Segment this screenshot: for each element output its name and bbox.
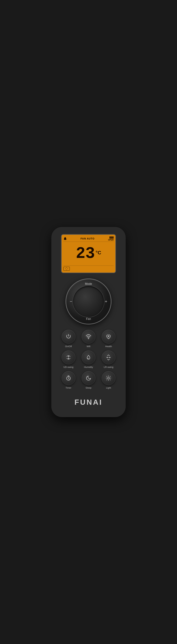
sleep-button[interactable]: [82, 371, 96, 385]
wifi-label: Wifi: [86, 345, 90, 348]
sleep-icon: [86, 375, 91, 381]
timer-button-item[interactable]: Timer: [60, 371, 77, 389]
sleep-button-item[interactable]: Sleep: [80, 371, 97, 389]
lcd-mode-icon: [63, 267, 70, 271]
lcd-unit: °C: [96, 250, 101, 256]
humidity-icon: [86, 354, 91, 360]
humidity-button-item[interactable]: Humidity: [80, 350, 97, 368]
dial-plus-label[interactable]: +: [105, 299, 107, 304]
dial-mode-label: Mode: [85, 282, 92, 286]
svg-point-0: [88, 338, 89, 339]
timer-icon: [66, 375, 71, 381]
lcd-middle: 23 °C: [63, 242, 114, 266]
humidity-label: Humidity: [84, 366, 93, 368]
lrswing-button-item[interactable]: LR-swing: [100, 350, 117, 368]
power-icon: [66, 334, 71, 340]
timer-button[interactable]: [62, 371, 76, 385]
lrswing-icon: [106, 354, 111, 360]
wifi-icon: [86, 334, 91, 340]
dial-minus-label[interactable]: −: [70, 299, 72, 304]
lcd-top-row: FAN AUTO ▓▓▓ OPER: [63, 236, 114, 242]
health-icon: [106, 334, 111, 340]
light-icon: [106, 375, 111, 381]
udswing-button-item[interactable]: UD-swing: [60, 350, 77, 368]
svg-point-2: [108, 377, 110, 379]
onoff-button[interactable]: [62, 330, 76, 344]
udswing-icon: [66, 354, 71, 360]
health-button[interactable]: [102, 330, 116, 344]
onoff-button-item[interactable]: On/Off: [60, 330, 77, 348]
dial-control[interactable]: Mode − + Fan: [66, 278, 112, 324]
udswing-button[interactable]: [62, 350, 76, 364]
bell-icon: [63, 237, 67, 240]
timer-label: Timer: [66, 386, 71, 389]
lcd-temperature: 23: [76, 246, 95, 262]
lcd-fan-mode: FAN AUTO: [80, 237, 94, 240]
remote-body: FAN AUTO ▓▓▓ OPER 23 °C Mode − + Fan: [51, 227, 126, 417]
lrswing-button[interactable]: [102, 350, 116, 364]
health-label: Health: [105, 345, 112, 348]
wifi-button-item[interactable]: Wifi: [80, 330, 97, 348]
light-label: Light: [106, 386, 111, 389]
lcd-bottom-row: [63, 266, 114, 271]
udswing-label: UD-swing: [63, 366, 73, 368]
lcd-display: FAN AUTO ▓▓▓ OPER 23 °C: [61, 234, 116, 273]
dial-fan-label: Fan: [86, 318, 91, 320]
dial-inner: [72, 286, 104, 318]
humidity-button[interactable]: [82, 350, 96, 364]
light-button-item[interactable]: Light: [100, 371, 117, 389]
lcd-status: OPER: [108, 239, 114, 241]
brand-name: FUNAI: [74, 398, 102, 406]
health-button-item[interactable]: Health: [100, 330, 117, 348]
onoff-label: On/Off: [65, 345, 72, 348]
lcd-battery: ▓▓▓: [110, 236, 114, 238]
lcd-right-icons: ▓▓▓ OPER: [108, 236, 114, 241]
sleep-label: Sleep: [86, 386, 91, 389]
light-button[interactable]: [102, 371, 116, 385]
lrswing-label: LR-swing: [104, 366, 113, 368]
buttons-grid: On/Off Wifi Health: [60, 330, 117, 389]
wifi-button[interactable]: [82, 330, 96, 344]
